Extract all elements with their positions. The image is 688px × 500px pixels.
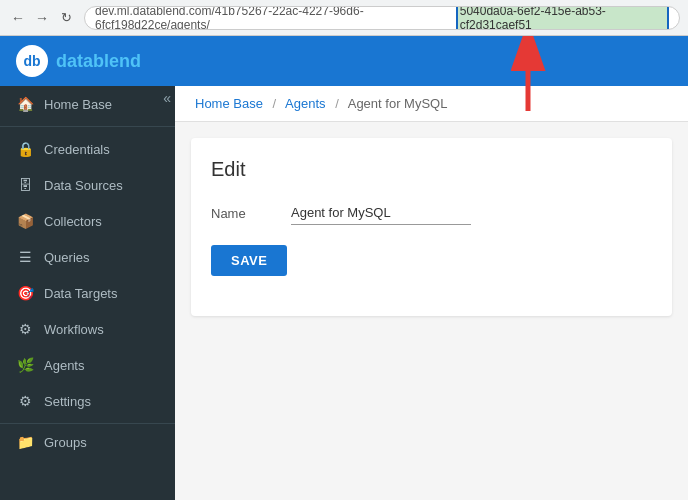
breadcrumb-agents[interactable]: Agents: [285, 96, 325, 111]
sidebar-item-groups[interactable]: 📁 Groups: [0, 424, 175, 460]
address-highlight: 5040da0a-6ef2-415e-ab53-cf2d31caef51: [456, 6, 669, 30]
sidebar-label-collectors: Collectors: [44, 214, 102, 229]
sidebar-item-data-sources[interactable]: 🗄 Data Sources: [0, 167, 175, 203]
breadcrumb-sep1: /: [273, 96, 277, 111]
nav-buttons: ← → ↻: [8, 8, 76, 28]
save-row: SAVE: [211, 245, 652, 276]
address-base: dev.ml.datablend.com/41b75267-22ac-4227-…: [95, 6, 456, 30]
save-button[interactable]: SAVE: [211, 245, 287, 276]
groups-icon: 📁: [16, 434, 34, 450]
sidebar-label-data-targets: Data Targets: [44, 286, 117, 301]
sidebar-item-settings[interactable]: ⚙ Settings: [0, 383, 175, 419]
name-label: Name: [211, 206, 291, 221]
address-bar[interactable]: dev.ml.datablend.com/41b75267-22ac-4227-…: [84, 6, 680, 30]
app-header: db datablend: [0, 36, 688, 86]
home-icon: 🏠: [16, 96, 34, 112]
sidebar-label-credentials: Credentials: [44, 142, 110, 157]
logo-icon: db: [16, 45, 48, 77]
sidebar-label-workflows: Workflows: [44, 322, 104, 337]
workflows-icon: ⚙: [16, 321, 34, 337]
agents-icon: 🌿: [16, 357, 34, 373]
sidebar-item-queries[interactable]: ☰ Queries: [0, 239, 175, 275]
edit-title: Edit: [211, 158, 652, 181]
sidebar-bottom: 📁 Groups: [0, 423, 175, 460]
sidebar-label-home-base: Home Base: [44, 97, 112, 112]
sidebar-label-data-sources: Data Sources: [44, 178, 123, 193]
sidebar-item-data-targets[interactable]: 🎯 Data Targets: [0, 275, 175, 311]
sidebar-item-home-base[interactable]: 🏠 Home Base: [0, 86, 175, 122]
forward-button[interactable]: →: [32, 8, 52, 28]
reload-button[interactable]: ↻: [56, 8, 76, 28]
sidebar-item-agents[interactable]: 🌿 Agents: [0, 347, 175, 383]
targets-icon: 🎯: [16, 285, 34, 301]
collectors-icon: 📦: [16, 213, 34, 229]
sidebar-label-queries: Queries: [44, 250, 90, 265]
name-input[interactable]: [291, 201, 471, 225]
breadcrumb-home[interactable]: Home Base: [195, 96, 263, 111]
breadcrumb-sep2: /: [335, 96, 339, 111]
name-row: Name: [211, 201, 652, 225]
breadcrumb: Home Base / Agents / Agent for MySQL: [175, 86, 688, 122]
sidebar-item-collectors[interactable]: 📦 Collectors: [0, 203, 175, 239]
database-icon: 🗄: [16, 177, 34, 193]
sidebar-item-workflows[interactable]: ⚙ Workflows: [0, 311, 175, 347]
main-layout: « 🏠 Home Base 🔒 Credentials 🗄 Data Sourc…: [0, 86, 688, 500]
content-area: Home Base / Agents / Agent for MySQL Edi…: [175, 86, 688, 500]
sidebar-label-agents: Agents: [44, 358, 84, 373]
logo: db datablend: [16, 45, 141, 77]
sidebar: « 🏠 Home Base 🔒 Credentials 🗄 Data Sourc…: [0, 86, 175, 500]
queries-icon: ☰: [16, 249, 34, 265]
sidebar-label-groups: Groups: [44, 435, 87, 450]
browser-chrome: ← → ↻ dev.ml.datablend.com/41b75267-22ac…: [0, 0, 688, 36]
back-button[interactable]: ←: [8, 8, 28, 28]
sidebar-label-settings: Settings: [44, 394, 91, 409]
breadcrumb-current: Agent for MySQL: [348, 96, 448, 111]
address-bar-container: dev.ml.datablend.com/41b75267-22ac-4227-…: [84, 6, 680, 30]
edit-panel: Edit Name SAVE: [191, 138, 672, 316]
sidebar-divider: [0, 126, 175, 127]
collapse-button[interactable]: «: [163, 90, 171, 106]
settings-icon: ⚙: [16, 393, 34, 409]
logo-text: datablend: [56, 51, 141, 72]
red-arrow-annotation: [508, 36, 548, 119]
sidebar-item-credentials[interactable]: 🔒 Credentials: [0, 131, 175, 167]
lock-icon: 🔒: [16, 141, 34, 157]
